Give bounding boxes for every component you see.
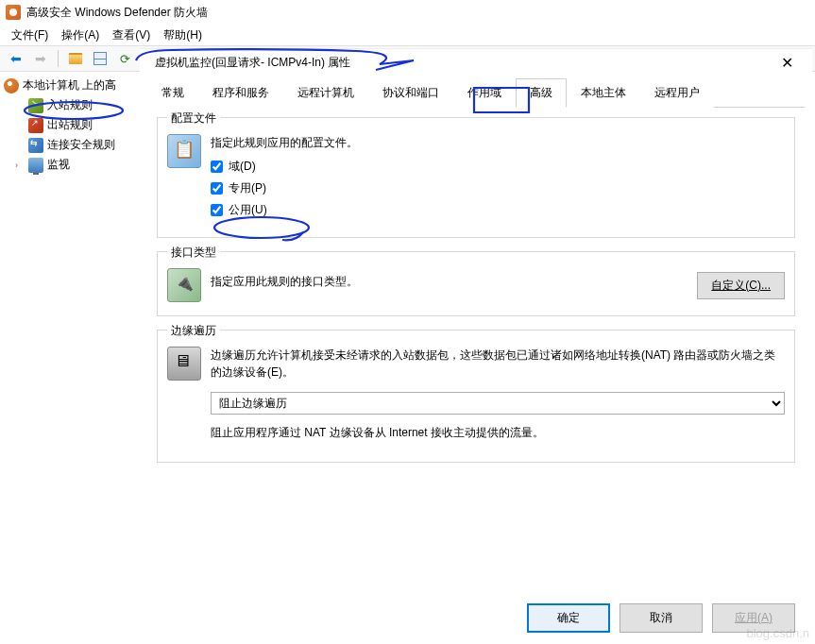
traversal-select[interactable]: 阻止边缘遍历 (211, 392, 785, 415)
public-label[interactable]: 公用(U) (229, 202, 267, 218)
table-icon (93, 52, 107, 65)
profile-icon (167, 134, 201, 168)
tree-outbound-rules[interactable]: 出站规则 (2, 115, 135, 135)
profiles-group: 配置文件 指定此规则应用的配置文件。 域(D) 专用(P) 公用(U) (157, 117, 795, 238)
nic-icon (167, 268, 201, 302)
tab-strip: 常规 程序和服务 远程计算机 协议和端口 作用域 高级 本地主体 远程用户 (147, 76, 805, 108)
up-button[interactable] (65, 48, 86, 69)
tab-protocols[interactable]: 协议和端口 (368, 78, 453, 108)
edge-traversal-group: 边缘遍历 边缘遍历允许计算机接受未经请求的入站数据包，这些数据包已通过诸如网络地… (157, 330, 795, 463)
profiles-legend: 配置文件 (167, 110, 220, 127)
tab-programs[interactable]: 程序和服务 (198, 78, 283, 108)
menu-action[interactable]: 操作(A) (61, 27, 99, 43)
arrow-right-icon: ➡ (35, 51, 46, 66)
outbound-icon (28, 118, 43, 133)
dialog-title: 虚拟机监控(回显请求- ICMPv4-In) 属性 (155, 55, 350, 71)
customize-interface-button[interactable]: 自定义(C)... (697, 272, 785, 299)
monitor-icon (28, 158, 43, 173)
arrow-left-icon: ⬅ (10, 51, 22, 66)
interface-description: 指定应用此规则的接口类型。 (211, 273, 358, 290)
tree-inbound-rules[interactable]: 入站规则 (2, 95, 135, 115)
traversal-help: 阻止应用程序通过 NAT 边缘设备从 Internet 接收主动提供的流量。 (211, 424, 785, 441)
app-icon (6, 5, 21, 20)
refresh-button[interactable]: ⟳ (114, 48, 135, 69)
private-label[interactable]: 专用(P) (229, 180, 266, 196)
forward-button: ➡ (30, 48, 51, 69)
interface-group: 接口类型 指定应用此规则的接口类型。 自定义(C)... (157, 251, 795, 316)
profiles-description: 指定此规则应用的配置文件。 (211, 134, 785, 151)
expand-caret-icon[interactable]: › (15, 161, 25, 170)
close-button[interactable]: ✕ (777, 54, 797, 72)
shield-icon (4, 78, 19, 93)
interface-legend: 接口类型 (167, 245, 220, 261)
menu-file[interactable]: 文件(F) (11, 27, 48, 43)
tab-advanced[interactable]: 高级 (516, 78, 567, 108)
tree-root-label: 本地计算机 上的高 (23, 77, 116, 93)
refresh-icon: ⟳ (120, 52, 130, 66)
tree-connection-label: 连接安全规则 (47, 137, 115, 153)
menu-bar: 文件(F) 操作(A) 查看(V) 帮助(H) (0, 25, 815, 45)
public-checkbox[interactable] (211, 204, 223, 216)
properties-dialog: 虚拟机监控(回显请求- ICMPv4-In) 属性 ✕ 常规 程序和服务 远程计… (140, 48, 812, 644)
computer-icon (167, 347, 201, 381)
menu-view[interactable]: 查看(V) (112, 27, 150, 43)
window-title: 高级安全 Windows Defender 防火墙 (26, 5, 208, 21)
tab-remote-users[interactable]: 远程用户 (640, 78, 714, 108)
folder-icon (69, 53, 82, 64)
tab-scope[interactable]: 作用域 (453, 78, 516, 108)
tab-general[interactable]: 常规 (147, 78, 198, 108)
private-checkbox[interactable] (211, 182, 223, 195)
ok-button[interactable]: 确定 (527, 603, 610, 633)
tab-local-principals[interactable]: 本地主体 (567, 78, 640, 108)
traversal-legend: 边缘遍历 (167, 323, 220, 339)
tree-view: 本地计算机 上的高 入站规则 出站规则 连接安全规则 › 监视 (0, 72, 137, 644)
connection-icon (28, 138, 43, 153)
properties-button[interactable] (90, 48, 110, 69)
tab-remote-computers[interactable]: 远程计算机 (283, 78, 368, 108)
tree-root[interactable]: 本地计算机 上的高 (2, 76, 135, 95)
domain-label[interactable]: 域(D) (229, 159, 256, 175)
back-button[interactable]: ⬅ (6, 48, 26, 69)
tree-monitor[interactable]: › 监视 (2, 155, 135, 175)
domain-checkbox[interactable] (211, 161, 223, 173)
tree-connection-security[interactable]: 连接安全规则 (2, 135, 135, 155)
tree-inbound-label: 入站规则 (47, 97, 93, 113)
tree-monitor-label: 监视 (47, 157, 70, 173)
menu-help[interactable]: 帮助(H) (163, 27, 202, 43)
cancel-button[interactable]: 取消 (620, 603, 703, 633)
apply-button[interactable]: 应用(A) (712, 603, 795, 633)
toolbar-separator (58, 50, 59, 67)
inbound-icon (28, 98, 43, 113)
traversal-description: 边缘遍历允许计算机接受未经请求的入站数据包，这些数据包已通过诸如网络地址转换(N… (211, 347, 785, 381)
tree-outbound-label: 出站规则 (47, 117, 93, 133)
